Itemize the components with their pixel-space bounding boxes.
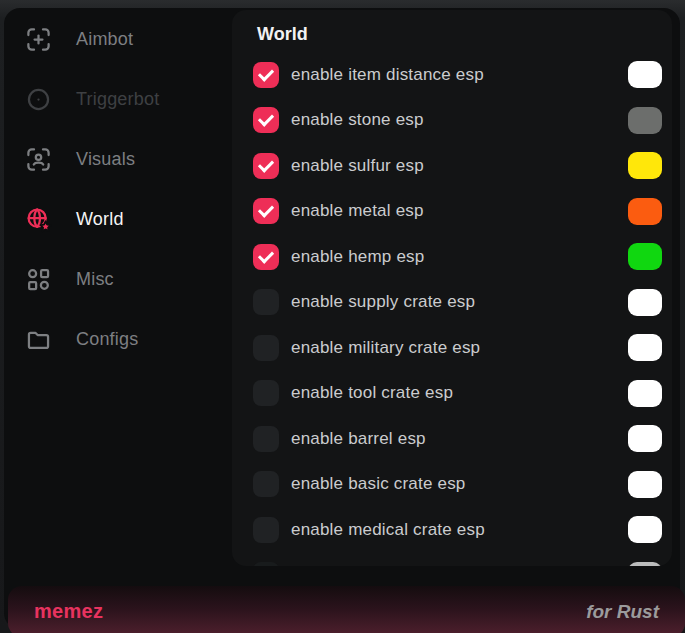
sidebar-item-label: Visuals [76,149,135,170]
footer-bar: memez for Rust [8,586,685,633]
color-swatch[interactable] [628,516,662,543]
esp-checkbox[interactable] [253,380,279,406]
esp-row: enable supply crate esp [232,280,672,326]
esp-row: enable hemp esp [232,234,672,280]
esp-label: enable supply crate esp [291,292,475,312]
checkmark-icon [258,111,274,127]
checkmark-icon [258,156,274,172]
color-swatch[interactable] [628,562,662,566]
cheat-menu-window: Aimbot Triggerbot Visuals World Misc Con… [4,8,680,629]
esp-checkbox[interactable] [253,471,279,497]
esp-label: enable basic crate esp [291,474,466,494]
sidebar-item-label: Misc [76,269,114,290]
esp-row: enable barrel esp [232,416,672,462]
sidebar-item-world[interactable]: World [4,189,232,249]
esp-checkbox[interactable] [253,62,279,88]
esp-checkbox[interactable] [253,244,279,270]
aimbot-crosshair-scan-icon [25,26,52,53]
sidebar: Aimbot Triggerbot Visuals World Misc Con… [4,8,232,369]
sidebar-item-label: Triggerbot [76,89,159,110]
color-swatch[interactable] [628,334,662,361]
esp-label: enable metal esp [291,201,424,221]
sidebar-item-visuals[interactable]: Visuals [4,129,232,189]
color-swatch[interactable] [628,198,662,225]
esp-row: enable tool crate esp [232,371,672,417]
configs-folder-icon [25,326,52,353]
esp-row [232,553,672,567]
color-swatch[interactable] [628,471,662,498]
sidebar-item-configs[interactable]: Configs [4,309,232,369]
esp-row: enable stone esp [232,98,672,144]
panel-title: World [257,24,672,45]
sidebar-item-label: Configs [76,329,138,350]
esp-label: enable hemp esp [291,247,424,267]
esp-checkbox[interactable] [253,426,279,452]
misc-shapes-grid-icon [25,266,52,293]
sidebar-item-aimbot[interactable]: Aimbot [4,9,232,69]
color-swatch[interactable] [628,243,662,270]
esp-row: enable medical crate esp [232,507,672,553]
world-panel: World enable item distance esp enable st… [232,10,672,566]
esp-label: enable sulfur esp [291,156,424,176]
esp-label: enable stone esp [291,110,424,130]
esp-label: enable medical crate esp [291,520,485,540]
color-swatch[interactable] [628,107,662,134]
esp-row: enable basic crate esp [232,462,672,508]
esp-checkbox[interactable] [253,107,279,133]
color-swatch[interactable] [628,289,662,316]
sidebar-item-label: World [76,209,124,230]
esp-checkbox[interactable] [253,335,279,361]
triggerbot-circle-dot-icon [25,86,52,113]
esp-label: enable tool crate esp [291,383,453,403]
esp-label: enable barrel esp [291,429,426,449]
esp-row: enable sulfur esp [232,143,672,189]
sidebar-item-triggerbot[interactable]: Triggerbot [4,69,232,129]
esp-checkbox[interactable] [253,562,279,566]
esp-checkbox[interactable] [253,517,279,543]
color-swatch[interactable] [628,152,662,179]
esp-row: enable item distance esp [232,52,672,98]
esp-row: enable military crate esp [232,325,672,371]
sidebar-item-misc[interactable]: Misc [4,249,232,309]
esp-checkbox[interactable] [253,289,279,315]
brand-name: memez [34,600,103,623]
esp-row: enable metal esp [232,189,672,235]
esp-options-list: enable item distance esp enable stone es… [232,52,672,566]
checkmark-icon [258,65,274,81]
color-swatch[interactable] [628,61,662,88]
esp-checkbox[interactable] [253,198,279,224]
color-swatch[interactable] [628,425,662,452]
checkmark-icon [258,247,274,263]
world-globe-star-icon [25,206,52,233]
sidebar-item-label: Aimbot [76,29,133,50]
esp-label: enable military crate esp [291,338,480,358]
checkmark-icon [258,202,274,218]
product-tagline: for Rust [586,601,659,623]
esp-label: enable item distance esp [291,65,484,85]
color-swatch[interactable] [628,380,662,407]
esp-checkbox[interactable] [253,153,279,179]
visuals-scan-person-icon [25,146,52,173]
